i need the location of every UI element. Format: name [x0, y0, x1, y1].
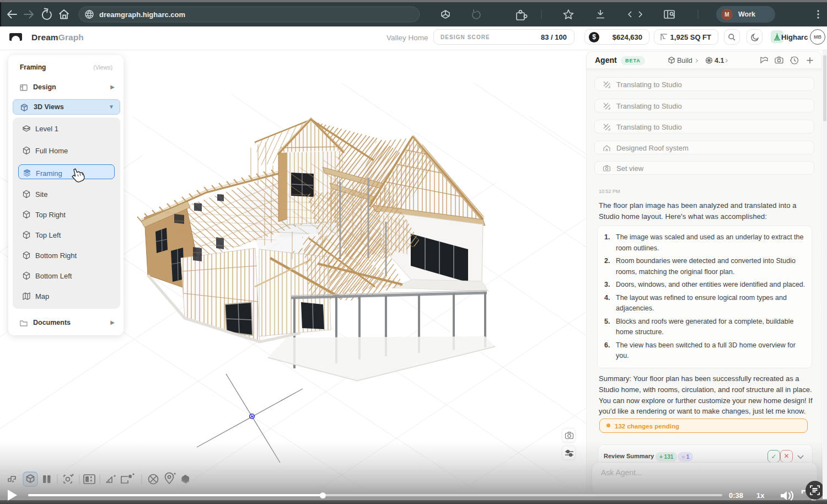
- svg-text:4.1: 4.1: [715, 57, 724, 65]
- svg-text:Build: Build: [677, 57, 692, 65]
- svg-text:dreamgraph.higharc.com: dreamgraph.higharc.com: [99, 10, 185, 19]
